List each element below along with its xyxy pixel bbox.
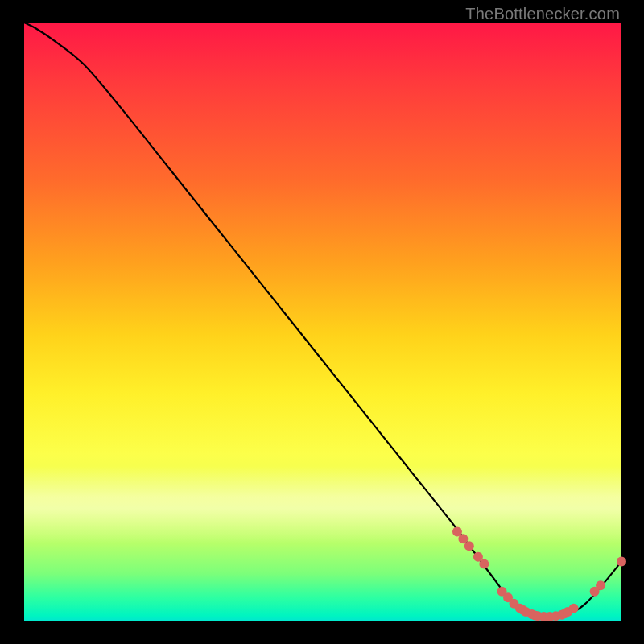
curve-marker: [596, 580, 605, 590]
curve-marker: [479, 559, 489, 569]
curve-marker: [569, 604, 579, 613]
watermark-text: TheBottlenecker.com: [465, 5, 620, 23]
plot-area: [24, 23, 621, 621]
bottleneck-curve: [24, 23, 621, 621]
chart-frame: TheBottlenecker.com: [0, 0, 644, 644]
curve-marker: [617, 557, 626, 567]
curve-marker: [464, 541, 474, 551]
curve-line: [24, 23, 621, 617]
